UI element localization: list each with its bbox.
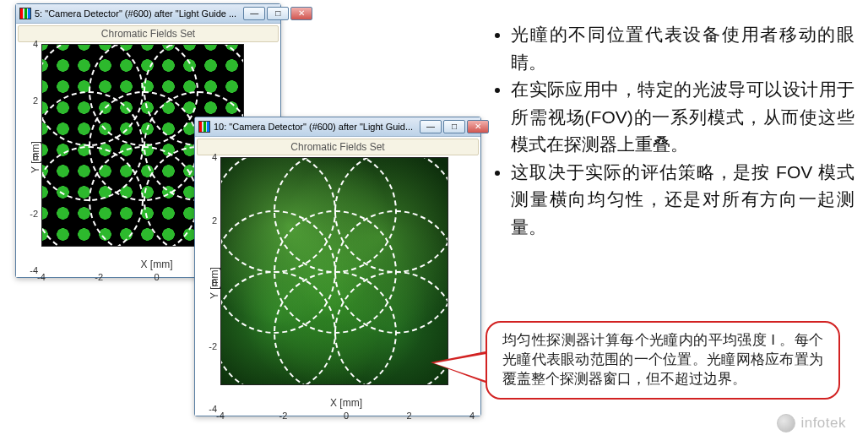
bullet-item: 这取决于实际的评估策略，是按 FOV 模式测量横向均匀性，还是对所有方向一起测量… bbox=[511, 159, 854, 242]
window-title: 10: "Camera Detector" (#600) after "Ligh… bbox=[214, 122, 413, 132]
explanation-bullets: 光瞳的不同位置代表设备使用者移动的眼睛。 在实际应用中，特定的光波导可以设计用于… bbox=[456, 21, 854, 241]
y-ticks: 4 2 0 -2 -4 bbox=[197, 157, 220, 409]
window-title: 5: "Camera Detector" (#600) after "Light… bbox=[35, 8, 236, 19]
maximize-button[interactable]: □ bbox=[267, 7, 289, 20]
titlebar[interactable]: 5: "Camera Detector" (#600) after "Light… bbox=[16, 4, 280, 23]
detector-plot-10 bbox=[220, 157, 448, 385]
chart-subheader: Chromatic Fields Set bbox=[18, 25, 279, 42]
bullet-item: 光瞳的不同位置代表设备使用者移动的眼睛。 bbox=[511, 21, 854, 76]
callout-text: 均匀性探测器计算每个光瞳内的平均强度 I 。每个光瞳代表眼动范围的一个位置。光瞳… bbox=[502, 332, 823, 387]
y-ticks: 4 2 0 -2 -4 bbox=[18, 44, 41, 270]
x-ticks: -4 -2 0 2 4 bbox=[220, 409, 472, 427]
close-button[interactable]: ✕ bbox=[290, 7, 312, 20]
watermark: infotek bbox=[777, 414, 846, 432]
x-axis-label: X [mm] bbox=[220, 397, 472, 409]
callout-arrow bbox=[431, 351, 490, 384]
titlebar[interactable]: 10: "Camera Detector" (#600) after "Ligh… bbox=[195, 117, 480, 136]
minimize-button[interactable]: — bbox=[420, 120, 442, 133]
bullet-item: 在实际应用中，特定的光波导可以设计用于所需视场(FOV)的一系列模式，从而使这些… bbox=[511, 76, 854, 159]
watermark-text: infotek bbox=[800, 415, 846, 432]
minimize-button[interactable]: — bbox=[243, 7, 265, 20]
app-icon bbox=[198, 121, 210, 133]
app-icon bbox=[19, 8, 31, 19]
chart-subheader: Chromatic Fields Set bbox=[197, 139, 479, 155]
watermark-icon bbox=[777, 414, 795, 432]
callout-box: 均匀性探测器计算每个光瞳内的平均强度 I 。每个光瞳代表眼动范围的一个位置。光瞳… bbox=[486, 321, 840, 400]
